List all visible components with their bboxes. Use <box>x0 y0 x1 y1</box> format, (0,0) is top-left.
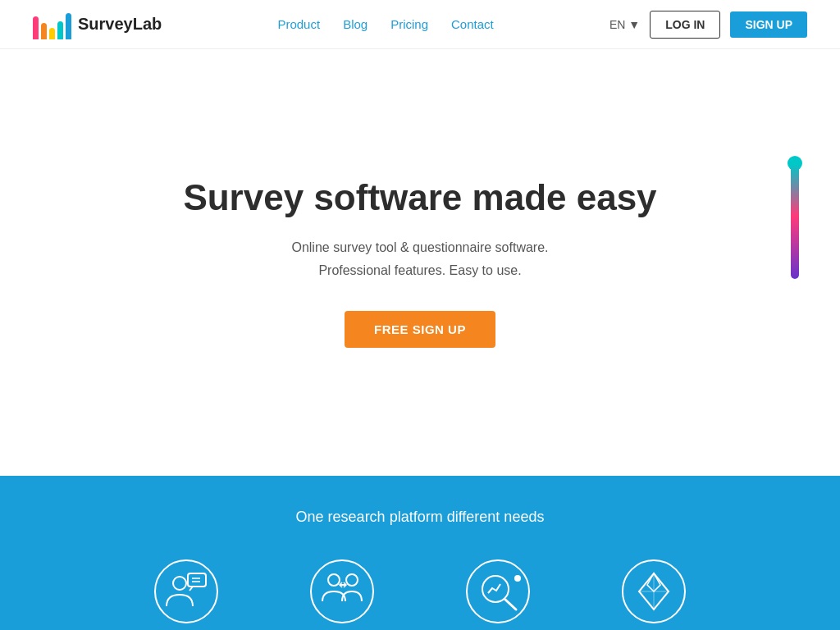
nav-links: Product Blog Pricing Contact <box>277 17 493 32</box>
nav-blog[interactable]: Blog <box>343 17 368 31</box>
features-grid: Customer Experience Human Resources <box>33 559 807 630</box>
feature-market-research[interactable]: Market Research <box>445 559 551 630</box>
nav-contact[interactable]: Contact <box>451 17 494 31</box>
bottom-title: One research platform different needs <box>33 509 807 526</box>
svg-point-7 <box>328 574 340 586</box>
deco-bar <box>791 164 799 279</box>
nav-product[interactable]: Product <box>277 17 320 31</box>
nav-pricing[interactable]: Pricing <box>390 17 428 31</box>
hero-section: Survey software made easy Online survey … <box>0 49 840 476</box>
brand-name: SurveyLab <box>78 15 162 34</box>
svg-point-8 <box>346 574 358 586</box>
navbar: SurveyLab Product Blog Pricing Contact E… <box>0 0 840 49</box>
bottom-section: One research platform different needs Cu… <box>0 476 840 630</box>
hero-subtitle: Online survey tool & questionnaire softw… <box>291 236 548 281</box>
language-selector[interactable]: EN ▼ <box>609 18 640 31</box>
logo-icon <box>33 10 71 39</box>
feature-customer-experience[interactable]: Customer Experience <box>133 559 240 630</box>
svg-point-1 <box>173 577 186 590</box>
customer-experience-icon <box>153 559 219 624</box>
svg-point-0 <box>155 560 217 623</box>
feature-human-resources[interactable]: Human Resources <box>289 559 395 630</box>
svg-rect-2 <box>188 573 206 587</box>
human-resources-icon <box>309 559 375 624</box>
hero-title: Survey software made easy <box>183 177 656 218</box>
chevron-down-icon: ▼ <box>628 18 640 31</box>
svg-point-13 <box>514 575 521 582</box>
signup-button[interactable]: SIGN UP <box>730 11 807 38</box>
nav-right: EN ▼ LOG IN SIGN UP <box>609 11 807 39</box>
market-research-icon <box>465 559 531 624</box>
svg-point-11 <box>482 576 509 602</box>
digital-icon <box>621 559 687 624</box>
logo-link[interactable]: SurveyLab <box>33 10 162 39</box>
feature-digital[interactable]: Digital <box>600 559 707 630</box>
svg-point-6 <box>311 560 373 623</box>
svg-line-12 <box>505 600 516 609</box>
svg-point-10 <box>467 560 529 623</box>
login-button[interactable]: LOG IN <box>650 11 720 39</box>
free-signup-button[interactable]: FREE SIGN UP <box>345 311 495 348</box>
